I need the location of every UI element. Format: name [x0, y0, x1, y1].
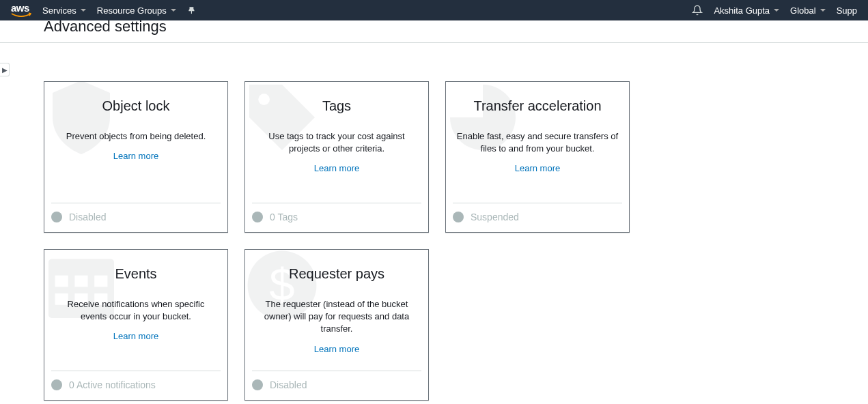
- resource-groups-menu[interactable]: Resource Groups: [97, 5, 176, 16]
- settings-cards-grid: Object lock Prevent objects from being d…: [0, 43, 868, 401]
- page-title: Advanced settings: [44, 18, 824, 35]
- status-text: Disabled: [270, 379, 307, 390]
- section-header: Advanced settings: [0, 20, 868, 43]
- card-title: Tags: [255, 98, 419, 114]
- region-label: Global: [790, 5, 816, 16]
- services-label: Services: [42, 5, 76, 16]
- card-description: The requester (instead of the bucket own…: [255, 298, 419, 336]
- card-title: Requester pays: [255, 266, 419, 282]
- card-title: Events: [54, 266, 218, 282]
- notifications-icon[interactable]: [692, 5, 703, 16]
- chevron-down-icon: [171, 9, 176, 12]
- card-requester-pays[interactable]: $ Requester pays The requester (instead …: [244, 249, 429, 401]
- card-description: Prevent objects from being deleted.: [54, 130, 218, 143]
- learn-more-link[interactable]: Learn more: [314, 163, 359, 173]
- chevron-down-icon: [81, 9, 86, 12]
- user-label: Akshita Gupta: [714, 5, 770, 16]
- aws-logo[interactable]: aws: [11, 4, 31, 16]
- aws-logo-text: aws: [11, 4, 31, 12]
- chevron-down-icon: [774, 9, 779, 12]
- learn-more-link[interactable]: Learn more: [113, 151, 158, 161]
- status-dot-icon: [252, 212, 263, 222]
- card-description: Receive notifications when specific even…: [54, 298, 218, 323]
- card-title: Object lock: [54, 98, 218, 114]
- status-text: 0 Active notifications: [69, 379, 156, 390]
- support-menu[interactable]: Supp: [837, 5, 857, 16]
- pin-icon[interactable]: [187, 5, 197, 15]
- status-text: 0 Tags: [270, 212, 298, 222]
- learn-more-link[interactable]: Learn more: [515, 163, 560, 173]
- card-transfer-acceleration[interactable]: Transfer acceleration Enable fast, easy …: [445, 81, 630, 233]
- card-events[interactable]: Events Receive notifications when specif…: [44, 249, 228, 401]
- status-dot-icon: [453, 212, 464, 222]
- status-dot-icon: [252, 379, 263, 390]
- card-tags[interactable]: Tags Use tags to track your cost against…: [244, 81, 429, 233]
- chevron-down-icon: [820, 9, 826, 12]
- status-text: Disabled: [69, 212, 106, 222]
- side-panel-expand-button[interactable]: ▶: [0, 63, 10, 76]
- card-description: Use tags to track your cost against proj…: [255, 130, 419, 155]
- region-menu[interactable]: Global: [790, 5, 826, 16]
- card-description: Enable fast, easy and secure transfers o…: [456, 130, 619, 155]
- learn-more-link[interactable]: Learn more: [314, 344, 359, 354]
- support-label: Supp: [837, 5, 857, 16]
- card-title: Transfer acceleration: [456, 98, 619, 114]
- user-menu[interactable]: Akshita Gupta: [714, 5, 779, 16]
- status-text: Suspended: [471, 212, 519, 222]
- resource-groups-label: Resource Groups: [97, 5, 167, 16]
- learn-more-link[interactable]: Learn more: [113, 331, 158, 341]
- status-dot-icon: [51, 379, 62, 390]
- status-dot-icon: [51, 212, 62, 222]
- card-object-lock[interactable]: Object lock Prevent objects from being d…: [44, 81, 228, 233]
- services-menu[interactable]: Services: [42, 5, 86, 16]
